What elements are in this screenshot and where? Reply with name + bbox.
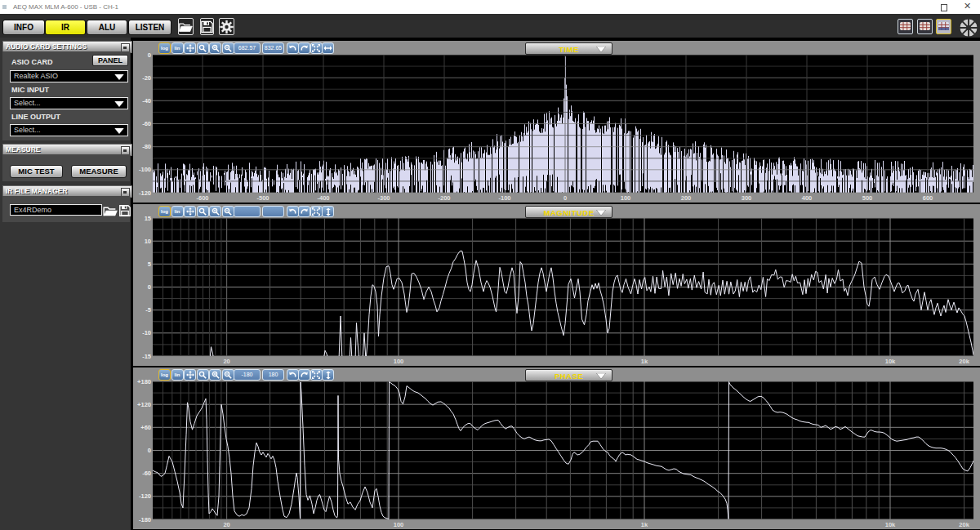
svg-text:-80: -80: [142, 143, 151, 150]
svg-text:20: 20: [223, 358, 229, 365]
svg-text:20k: 20k: [959, 358, 969, 365]
svg-text:-20: -20: [142, 74, 151, 82]
svg-text:10k: 10k: [885, 358, 896, 365]
svg-text:+60: +60: [140, 424, 151, 431]
svg-text:+120: +120: [137, 401, 151, 408]
svg-text:0: 0: [148, 51, 151, 59]
svg-text:-60: -60: [142, 470, 151, 477]
svg-text:-500: -500: [256, 194, 269, 202]
svg-text:-10: -10: [142, 329, 151, 336]
svg-text:20k: 20k: [959, 521, 969, 528]
svg-text:400: 400: [802, 194, 813, 202]
svg-text:+180: +180: [137, 378, 151, 385]
svg-text:-60: -60: [142, 120, 151, 127]
svg-text:500: 500: [862, 194, 873, 202]
svg-text:20: 20: [223, 521, 229, 528]
svg-text:5: 5: [148, 261, 151, 268]
svg-text:1k: 1k: [641, 521, 648, 528]
svg-text:100: 100: [394, 521, 404, 528]
svg-text:100: 100: [621, 194, 631, 202]
svg-text:-40: -40: [142, 97, 151, 105]
svg-text:-600: -600: [196, 194, 208, 202]
svg-text:1k: 1k: [641, 358, 648, 365]
svg-text:0: 0: [148, 283, 151, 291]
svg-text:-100: -100: [498, 194, 510, 202]
svg-text:-400: -400: [317, 194, 329, 202]
svg-text:-15: -15: [142, 353, 151, 360]
svg-text:-120: -120: [139, 492, 151, 500]
svg-text:300: 300: [742, 194, 752, 202]
svg-text:600: 600: [923, 194, 933, 202]
svg-text:10k: 10k: [885, 521, 896, 528]
svg-text:0: 0: [148, 447, 151, 454]
svg-text:-180: -180: [139, 516, 151, 523]
svg-text:-5: -5: [145, 306, 151, 314]
svg-text:-300: -300: [377, 194, 390, 202]
svg-text:100: 100: [394, 358, 404, 365]
svg-text:10: 10: [145, 238, 151, 245]
svg-text:200: 200: [681, 194, 692, 202]
svg-text:0: 0: [564, 194, 567, 202]
svg-text:-100: -100: [139, 166, 151, 173]
svg-text:15: 15: [145, 215, 151, 222]
svg-text:-120: -120: [139, 189, 151, 197]
svg-text:-200: -200: [438, 194, 450, 202]
